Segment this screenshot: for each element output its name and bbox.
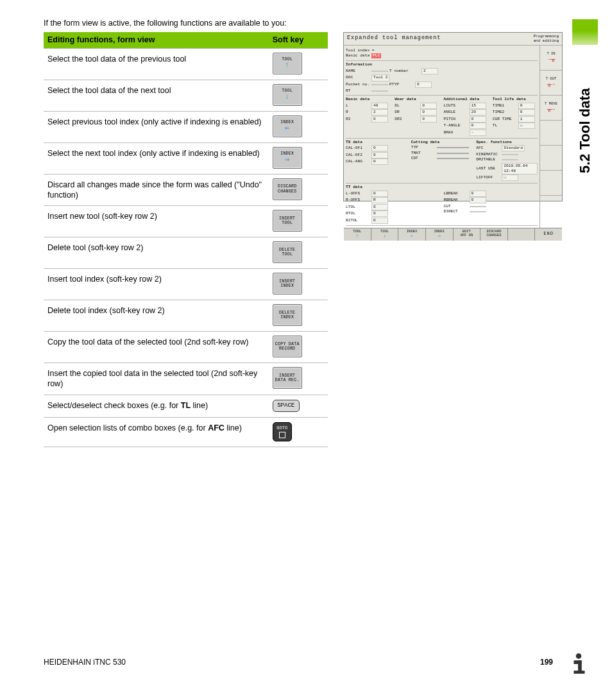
shot-softkey[interactable]: DISCARDCHANGES <box>480 228 508 241</box>
table-row: Insert new tool (soft-key row 2)INSERTTO… <box>44 206 328 237</box>
intro-text: If the form view is active, the followin… <box>44 18 328 28</box>
table-row: Select the tool data of the next toolTOO… <box>44 80 328 111</box>
table-row: Delete tool index (soft-key row 2)DELETE… <box>44 300 328 332</box>
function-desc: Delete tool (soft-key row 2) <box>44 237 269 269</box>
function-key-cell: DELETETOOL <box>269 237 328 269</box>
function-key-cell: INSERTINDEX <box>269 269 328 300</box>
softkey[interactable]: INSERTTOOL <box>273 210 302 232</box>
function-desc: Discard all changes made since the form … <box>44 174 269 206</box>
function-desc: Insert tool index (soft-key row 2) <box>44 269 269 300</box>
function-desc: Select the tool data of the previous too… <box>44 48 269 80</box>
function-key-cell: GOTO <box>269 418 328 447</box>
function-key-cell: DELETEINDEX <box>269 300 328 332</box>
screenshot-panel: Expanded tool management Programmingand … <box>343 32 563 201</box>
shot-softkey[interactable]: INDEX⇐ <box>398 228 426 241</box>
shot-softkey[interactable]: END <box>535 228 562 241</box>
chapter-tab: 5.2 Tool data <box>574 19 597 173</box>
softkey[interactable]: INDEX⇐ <box>273 115 302 137</box>
shot-side-button[interactable]: T MOVEᚂ↔ <box>540 96 562 121</box>
softkey[interactable]: TOOL↑ <box>273 53 302 74</box>
function-key-cell: COPY DATARECORD <box>269 332 328 363</box>
table-row: Select the next tool index (only active … <box>44 142 328 174</box>
col-softkey: Soft key <box>269 32 328 48</box>
tool-icon: →ᚂ <box>547 56 554 64</box>
shot-softkey-bar: TOOL↑TOOL↓INDEX⇐INDEX⇒EDITOFF ONDISCARDC… <box>344 228 562 241</box>
tool-icon: ᚂ↔ <box>547 107 554 114</box>
function-key-cell: TOOL↑ <box>269 48 328 80</box>
col-function: Editing functions, form view <box>44 32 269 48</box>
info-icon <box>565 649 593 677</box>
function-desc: Insert new tool (soft-key row 2) <box>44 206 269 237</box>
functions-table: Editing functions, form view Soft key Se… <box>44 32 328 447</box>
arrow-icon: ⇐ <box>285 124 290 132</box>
softkey[interactable]: INSERTDATA REC. <box>273 367 302 389</box>
function-desc: Open selection lists of combo boxes (e.g… <box>44 418 269 447</box>
softkey[interactable]: TOOL↓ <box>273 84 302 106</box>
goto-key[interactable]: GOTO <box>273 422 292 441</box>
tool-icon: ᚂ→ <box>547 81 554 89</box>
page-footer: HEIDENHAIN iTNC 530 199 <box>44 649 593 677</box>
function-desc: Copy the tool data of the selected tool … <box>44 332 269 363</box>
table-row: Open selection lists of combo boxes (e.g… <box>44 418 328 447</box>
page-number: 199 <box>540 658 553 668</box>
function-key-cell: INSERTDATA REC. <box>269 363 328 395</box>
arrow-icon: ↑ <box>285 62 290 69</box>
softkey[interactable]: DELETEINDEX <box>273 304 302 326</box>
softkey[interactable]: DISCARDCHANGES <box>273 178 302 200</box>
shot-side-empty <box>540 146 562 171</box>
shot-softkey[interactable]: TOOL↓ <box>371 228 399 241</box>
svg-point-0 <box>576 653 582 659</box>
shot-mode: Programmingand editing <box>533 35 559 43</box>
table-row: Select the tool data of the previous too… <box>44 48 328 80</box>
shot-softkey[interactable] <box>508 228 536 241</box>
function-key-cell: INDEX⇐ <box>269 111 328 142</box>
function-desc: Select the tool data of the next tool <box>44 80 269 111</box>
shot-softkey[interactable]: INDEX⇒ <box>426 228 454 241</box>
table-row: Select/deselect check boxes (e.g. for TL… <box>44 395 328 418</box>
shot-side-empty <box>540 171 562 196</box>
svg-rect-3 <box>574 670 584 674</box>
function-desc: Delete tool index (soft-key row 2) <box>44 300 269 332</box>
function-key-cell: INDEX⇒ <box>269 142 328 174</box>
function-desc: Select/deselect check boxes (e.g. for TL… <box>44 395 269 418</box>
table-row: Insert tool index (soft-key row 2)INSERT… <box>44 269 328 300</box>
function-desc: Insert the copied tool data in the selec… <box>44 363 269 395</box>
shot-softkey[interactable]: TOOL↑ <box>344 228 371 241</box>
shot-side-button[interactable]: T OUTᚂ→ <box>540 71 562 96</box>
softkey[interactable]: DELETETOOL <box>273 241 302 263</box>
chapter-tab-label: 5.2 Tool data <box>576 88 595 173</box>
table-row: Copy the tool data of the selected tool … <box>44 332 328 363</box>
table-row: Delete tool (soft-key row 2)DELETETOOL <box>44 237 328 269</box>
function-key-cell: TOOL↓ <box>269 80 328 111</box>
table-row: Select previous tool index (only active … <box>44 111 328 142</box>
footer-product: HEIDENHAIN iTNC 530 <box>44 658 126 668</box>
function-desc: Select previous tool index (only active … <box>44 111 269 142</box>
shot-softkey[interactable]: EDITOFF ON <box>454 228 481 241</box>
function-desc: Select the next tool index (only active … <box>44 142 269 174</box>
space-key[interactable]: SPACE <box>273 400 300 413</box>
arrow-icon: ⇒ <box>285 156 290 164</box>
softkey[interactable]: COPY DATARECORD <box>273 336 302 357</box>
function-key-cell: DISCARDCHANGES <box>269 174 328 206</box>
function-key-cell: SPACE <box>269 395 328 418</box>
table-row: Discard all changes made since the form … <box>44 174 328 206</box>
softkey[interactable]: INSERTINDEX <box>273 273 302 295</box>
table-row: Insert the copied tool data in the selec… <box>44 363 328 395</box>
softkey[interactable]: INDEX⇒ <box>273 147 302 169</box>
shot-side-empty <box>540 121 562 146</box>
shot-side-button[interactable]: T IN→ᚂ <box>540 46 562 71</box>
function-key-cell: INSERTTOOL <box>269 206 328 237</box>
shot-title: Expanded tool management <box>347 35 441 43</box>
main-content: If the form view is active, the followin… <box>44 18 328 447</box>
svg-rect-2 <box>578 660 582 672</box>
arrow-icon: ↓ <box>285 93 290 101</box>
